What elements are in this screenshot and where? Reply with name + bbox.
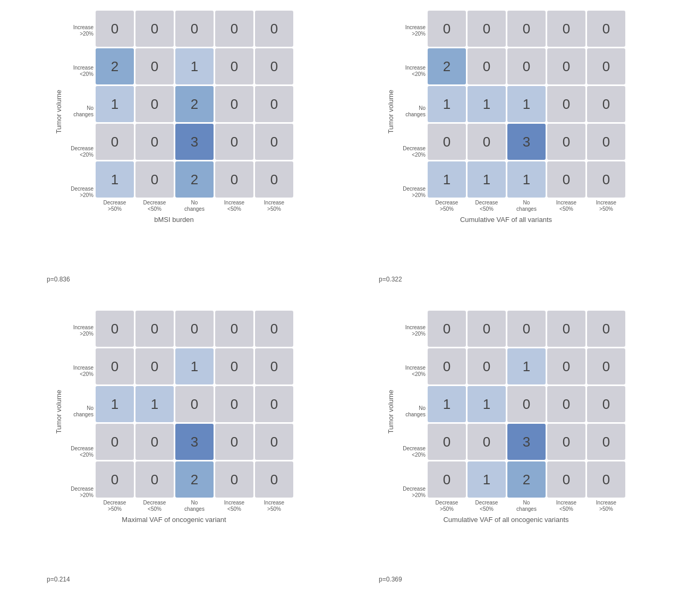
table-row: 2 (175, 161, 214, 198)
x-axis-title: bMSI burden (154, 216, 193, 224)
table-row: 0 (468, 311, 506, 347)
row-label-2: Nochanges (398, 105, 426, 118)
table-row: 0 (507, 386, 546, 422)
table-row: 0 (428, 311, 466, 347)
col-label-0: Decrease>50% (96, 200, 134, 212)
chart-panel-0: Tumor volumeIncrease>20%Increase<20%Noch… (11, 11, 337, 305)
table-row: 2 (96, 48, 134, 84)
table-row: 0 (468, 348, 506, 384)
table-row: 0 (255, 386, 293, 422)
table-row: 0 (135, 461, 174, 498)
row-labels: Increase>20%Increase<20%NochangesDecreas… (66, 311, 94, 512)
table-row: 0 (215, 424, 253, 460)
table-row: 0 (215, 11, 253, 47)
table-row: 0 (215, 348, 253, 384)
table-row: 0 (587, 386, 625, 422)
table-row: 0 (255, 348, 293, 384)
table-row: 1 (507, 86, 546, 122)
table-row: 0 (507, 11, 546, 47)
table-row: 0 (135, 424, 174, 460)
matrix-area: Increase>20%Increase<20%NochangesDecreas… (66, 311, 293, 512)
table-row: 0 (135, 11, 174, 47)
table-row: 0 (547, 161, 585, 198)
grid-and-cols: 0000000100110000030001200Decrease>50%Dec… (428, 311, 625, 512)
table-row: 0 (215, 386, 253, 422)
col-labels: Decrease>50%Decrease<50%NochangesIncreas… (96, 500, 293, 512)
table-row: 0 (135, 311, 174, 347)
table-row: 1 (96, 161, 134, 198)
y-axis-label: Tumor volume (387, 90, 395, 134)
row-label-4: Decrease>20% (398, 186, 426, 199)
col-label-3: Increase<50% (547, 200, 585, 212)
table-row: 0 (96, 11, 134, 47)
grid-and-cols: 0000000100110000030000200Decrease>50%Dec… (96, 311, 293, 512)
col-labels: Decrease>50%Decrease<50%NochangesIncreas… (428, 500, 625, 512)
col-label-1: Decrease<50% (468, 500, 506, 512)
col-label-0: Decrease>50% (96, 500, 134, 512)
table-row: 2 (428, 48, 466, 84)
col-label-1: Decrease<50% (135, 200, 174, 212)
table-row: 0 (428, 424, 466, 460)
row-label-0: Increase>20% (398, 24, 426, 37)
col-label-4: Increase>50% (255, 500, 293, 512)
x-axis-title: Maximal VAF of oncogenic variant (122, 516, 226, 524)
table-row: 0 (587, 86, 625, 122)
table-row: 0 (547, 124, 585, 160)
table-row: 3 (507, 424, 546, 460)
x-axis-title: Cumulative VAF of all oncogenic variants (443, 516, 568, 524)
table-row: 0 (547, 461, 585, 498)
table-row: 1 (96, 386, 134, 422)
row-label-0: Increase>20% (66, 324, 94, 337)
cell-grid: 0000000100110000030001200 (428, 311, 625, 498)
row-label-2: Nochanges (66, 105, 94, 118)
cell-grid: 0000020000111000030011100 (428, 11, 625, 198)
table-row: 1 (175, 348, 214, 384)
row-label-1: Increase<20% (398, 65, 426, 78)
col-label-3: Increase<50% (215, 500, 253, 512)
table-row: 0 (468, 11, 506, 47)
col-label-2: Nochanges (175, 500, 214, 512)
col-label-3: Increase<50% (215, 200, 253, 212)
row-labels: Increase>20%Increase<20%NochangesDecreas… (398, 311, 426, 512)
row-label-3: Decrease<20% (398, 146, 426, 158)
table-row: 0 (428, 461, 466, 498)
row-label-1: Increase<20% (398, 365, 426, 378)
grid-and-cols: 0000020100102000030010200Decrease>50%Dec… (96, 11, 293, 212)
table-row: 0 (547, 386, 585, 422)
matrix-area: Increase>20%Increase<20%NochangesDecreas… (66, 11, 293, 212)
table-row: 0 (468, 424, 506, 460)
table-row: 0 (215, 311, 253, 347)
chart-with-yaxis: Tumor volumeIncrease>20%Increase<20%Noch… (387, 311, 625, 512)
col-label-0: Decrease>50% (428, 500, 466, 512)
table-row: 1 (428, 386, 466, 422)
col-label-1: Decrease<50% (135, 500, 174, 512)
table-row: 1 (96, 86, 134, 122)
chart-panel-3: Tumor volumeIncrease>20%Increase<20%Noch… (343, 311, 669, 605)
table-row: 0 (96, 124, 134, 160)
table-row: 0 (547, 11, 585, 47)
table-row: 0 (255, 424, 293, 460)
chart-panel-1: Tumor volumeIncrease>20%Increase<20%Noch… (343, 11, 669, 305)
row-label-4: Decrease>20% (66, 186, 94, 199)
col-label-4: Increase>50% (587, 500, 625, 512)
table-row: 0 (135, 48, 174, 84)
table-row: 0 (215, 461, 253, 498)
chart-panel-2: Tumor volumeIncrease>20%Increase<20%Noch… (11, 311, 337, 605)
table-row: 0 (428, 11, 466, 47)
table-row: 0 (587, 48, 625, 84)
table-row: 3 (175, 124, 214, 160)
col-labels: Decrease>50%Decrease<50%NochangesIncreas… (428, 200, 625, 212)
p-value: p=0.369 (379, 576, 402, 583)
col-label-2: Nochanges (175, 200, 214, 212)
table-row: 0 (587, 311, 625, 347)
table-row: 0 (547, 48, 585, 84)
table-row: 0 (96, 461, 134, 498)
table-row: 1 (507, 348, 546, 384)
table-row: 0 (507, 311, 546, 347)
row-label-1: Increase<20% (66, 65, 94, 78)
col-label-4: Increase>50% (255, 200, 293, 212)
matrix-area: Increase>20%Increase<20%NochangesDecreas… (398, 311, 625, 512)
table-row: 0 (255, 311, 293, 347)
table-row: 0 (175, 311, 214, 347)
table-row: 0 (255, 461, 293, 498)
